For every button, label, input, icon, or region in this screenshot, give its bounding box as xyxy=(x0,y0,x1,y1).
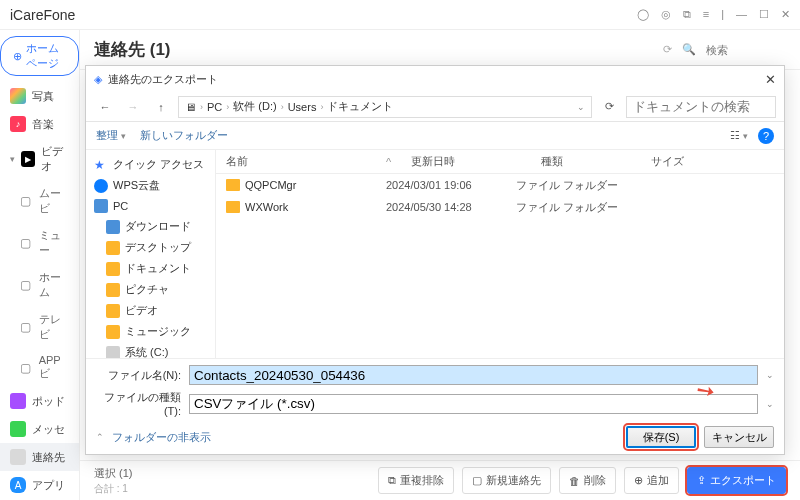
contact-icon xyxy=(10,449,26,465)
tree-node[interactable]: ★クイック アクセス xyxy=(86,154,215,175)
file-row[interactable]: WXWork2024/05/30 14:28ファイル フォルダー xyxy=(216,196,784,218)
sidebar-item-appv[interactable]: ▢APPビ xyxy=(0,348,79,387)
tree-node[interactable]: ダウンロード xyxy=(86,216,215,237)
close-icon[interactable]: ✕ xyxy=(781,8,790,21)
search-icon: 🔍 xyxy=(682,43,696,56)
maximize-icon[interactable]: ☐ xyxy=(759,8,769,21)
sidebar-item-label: ビデオ xyxy=(41,144,69,174)
sidebar-item-label: 写真 xyxy=(32,89,54,104)
help-icon[interactable]: ? xyxy=(758,128,774,144)
filename-label: ファイル名(N): xyxy=(96,368,181,383)
folder-icon xyxy=(226,201,240,213)
tree-node[interactable]: 系统 (C:) xyxy=(86,342,215,358)
sidebar: ⊕ ホームページ 写真♪音楽▾▶ビデオ▢ムービ▢ミュー▢ホーム▢テレビ▢APPビ… xyxy=(0,30,80,500)
nav-back-icon[interactable]: ← xyxy=(94,96,116,118)
sidebar-item-label: APPビ xyxy=(39,354,69,381)
folder-icon xyxy=(106,304,120,318)
folder-icon xyxy=(106,241,120,255)
sidebar-item-photo[interactable]: 写真 xyxy=(0,82,79,110)
user-icon[interactable]: ◯ xyxy=(637,8,649,21)
video-icon: ▶ xyxy=(21,151,35,167)
sidebar-item-homev[interactable]: ▢ホーム xyxy=(0,264,79,306)
new-contact-button[interactable]: ▢新規連絡先 xyxy=(462,467,551,494)
view-mode-icon[interactable]: ☷ ▾ xyxy=(730,129,748,142)
sidebar-item-contact[interactable]: 連絡先 xyxy=(0,443,79,471)
sidebar-item-music[interactable]: ♪音楽 xyxy=(0,110,79,138)
sidebar-item-pod[interactable]: ポッド xyxy=(0,387,79,415)
sidebar-item-label: 連絡先 xyxy=(32,450,65,465)
hide-folders-link[interactable]: フォルダーの非表示 xyxy=(112,430,211,445)
sidebar-item-label: テレビ xyxy=(39,312,69,342)
tree-node[interactable]: PC xyxy=(86,196,215,216)
photo-icon xyxy=(10,88,26,104)
musicv-icon: ▢ xyxy=(18,235,33,251)
dialog-close-icon[interactable]: ✕ xyxy=(765,72,776,87)
homev-icon: ▢ xyxy=(18,277,33,293)
folder-icon xyxy=(94,199,108,213)
dialog-search-input[interactable] xyxy=(626,96,776,118)
breadcrumb[interactable]: 🖥› PC› 软件 (D:)› Users› ドキュメント ⌄ xyxy=(178,96,592,118)
tree-node[interactable]: WPS云盘 xyxy=(86,175,215,196)
save-button[interactable]: 保存(S) xyxy=(626,426,696,448)
sidebar-item-movie[interactable]: ▢ムービ xyxy=(0,180,79,222)
sidebar-item-msg[interactable]: メッセ xyxy=(0,415,79,443)
menu-icon[interactable]: ≡ xyxy=(703,8,709,21)
filetype-label: ファイルの種類(T): xyxy=(96,390,181,417)
sidebar-item-apps[interactable]: Aアプリ xyxy=(0,471,79,499)
col-size[interactable]: サイズ xyxy=(651,154,784,169)
folder-icon: ★ xyxy=(94,158,108,172)
nav-fwd-icon[interactable]: → xyxy=(122,96,144,118)
tree-node[interactable]: デスクトップ xyxy=(86,237,215,258)
add-button[interactable]: ⊕追加 xyxy=(624,467,679,494)
music-icon: ♪ xyxy=(10,116,26,132)
nav-up-icon[interactable]: ↑ xyxy=(150,96,172,118)
organize-menu[interactable]: 整理 ▾ xyxy=(96,128,126,143)
sidebar-item-video[interactable]: ▾▶ビデオ xyxy=(0,138,79,180)
dedupe-button[interactable]: ⧉重複排除 xyxy=(378,467,454,494)
sidebar-item-musicv[interactable]: ▢ミュー xyxy=(0,222,79,264)
save-dialog: ◈ 連絡先のエクスポート ✕ ← → ↑ 🖥› PC› 软件 (D:)› Use… xyxy=(85,65,785,455)
sidebar-item-label: アプリ xyxy=(32,478,65,493)
tree-node[interactable]: ミュージック xyxy=(86,321,215,342)
folder-icon xyxy=(106,346,120,359)
folder-tree[interactable]: ★クイック アクセスWPS云盘PCダウンロードデスクトップドキュメントピクチャビ… xyxy=(86,150,216,358)
movie-icon: ▢ xyxy=(18,193,33,209)
col-date[interactable]: 更新日時 xyxy=(411,154,541,169)
new-folder-button[interactable]: 新しいフォルダー xyxy=(140,128,228,143)
col-type[interactable]: 種類 xyxy=(541,154,651,169)
delete-button[interactable]: 🗑削除 xyxy=(559,467,616,494)
sidebar-item-label: ホーム xyxy=(39,270,69,300)
refresh-icon[interactable]: ⟳ xyxy=(663,43,672,56)
tree-node[interactable]: ビデオ xyxy=(86,300,215,321)
tree-node[interactable]: ドキュメント xyxy=(86,258,215,279)
filetype-select[interactable] xyxy=(189,394,758,414)
sidebar-item-label: メッセ xyxy=(32,422,65,437)
folder-icon xyxy=(94,179,108,193)
filename-input[interactable] xyxy=(189,365,758,385)
window-controls: ◯ ◎ ⧉ ≡ | — ☐ ✕ xyxy=(637,8,790,21)
sidebar-item-tv[interactable]: ▢テレビ xyxy=(0,306,79,348)
activity-icon[interactable]: ◎ xyxy=(661,8,671,21)
selection-info: 選択 (1) 合計 : 1 xyxy=(94,466,133,495)
file-row[interactable]: QQPCMgr2024/03/01 19:06ファイル フォルダー xyxy=(216,174,784,196)
footer-toolbar: 選択 (1) 合計 : 1 ⧉重複排除 ▢新規連絡先 🗑削除 ⊕追加 ⇪エクスポ… xyxy=(80,460,800,500)
appv-icon: ▢ xyxy=(18,360,33,376)
box-icon[interactable]: ⧉ xyxy=(683,8,691,21)
file-list: 名前^ 更新日時 種類 サイズ QQPCMgr2024/03/01 19:06フ… xyxy=(216,150,784,358)
cancel-button[interactable]: キャンセル xyxy=(704,426,774,448)
minimize-icon[interactable]: — xyxy=(736,8,747,21)
sidebar-item-label: 音楽 xyxy=(32,117,54,132)
col-name[interactable]: 名前 xyxy=(226,154,386,169)
msg-icon xyxy=(10,421,26,437)
nav-refresh-icon[interactable]: ⟳ xyxy=(598,96,620,118)
home-label: ホームページ xyxy=(26,41,66,71)
sidebar-item-label: ポッド xyxy=(32,394,65,409)
tree-node[interactable]: ピクチャ xyxy=(86,279,215,300)
folder-icon xyxy=(226,179,240,191)
export-button[interactable]: ⇪エクスポート xyxy=(687,467,786,494)
home-button[interactable]: ⊕ ホームページ xyxy=(0,36,79,76)
dialog-app-icon: ◈ xyxy=(94,73,102,86)
folder-icon xyxy=(106,262,120,276)
search-input[interactable] xyxy=(706,44,786,56)
app-title: iCareFone xyxy=(10,7,75,23)
